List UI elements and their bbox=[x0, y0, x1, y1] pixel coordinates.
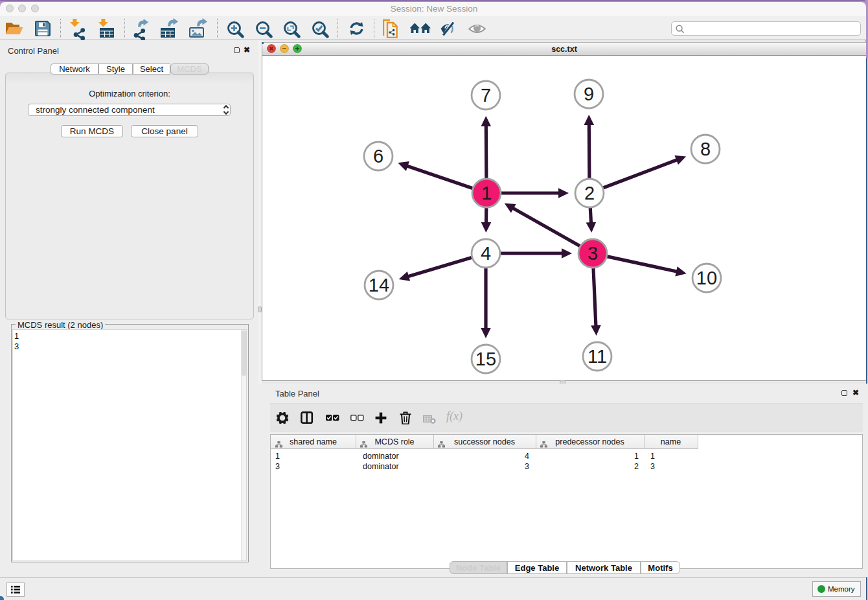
svg-text:11: 11 bbox=[588, 346, 607, 367]
svg-text:10: 10 bbox=[696, 268, 717, 288]
svg-text:8: 8 bbox=[700, 139, 711, 159]
svg-text:14: 14 bbox=[369, 275, 389, 295]
svg-text:3: 3 bbox=[588, 243, 598, 264]
svg-text:7: 7 bbox=[481, 85, 491, 106]
svg-text:1: 1 bbox=[481, 183, 492, 203]
svg-text:2: 2 bbox=[584, 183, 595, 203]
svg-text:9: 9 bbox=[584, 84, 594, 104]
svg-text:15: 15 bbox=[475, 349, 496, 369]
svg-text:6: 6 bbox=[373, 146, 383, 167]
svg-text:4: 4 bbox=[481, 243, 491, 264]
